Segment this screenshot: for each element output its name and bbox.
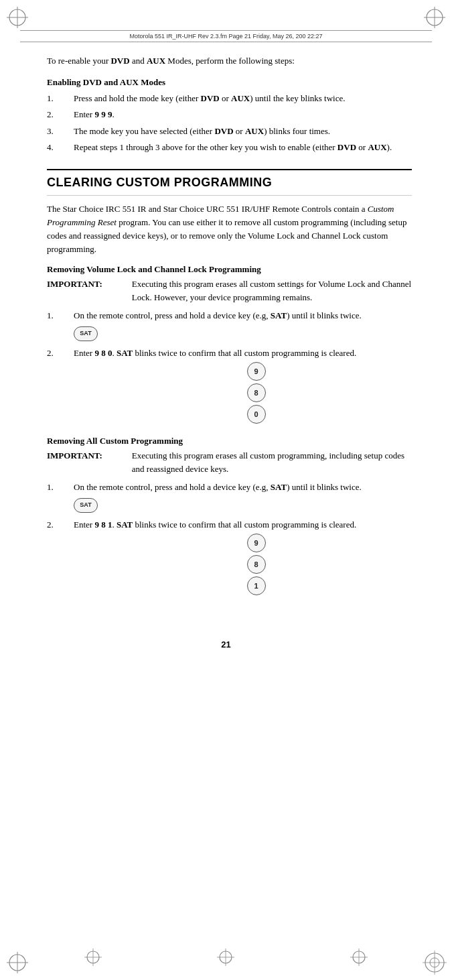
step-num-3: 3. (47, 125, 74, 138)
important-label-2: IMPORTANT: (47, 449, 102, 475)
bottom-mark-3 (350, 948, 368, 967)
removing-all-important: IMPORTANT: Executing this program erases… (47, 449, 412, 475)
key-8-vl: 8 (247, 383, 266, 402)
volume-lock-step2: 2. Enter 9 8 0. SAT blinks twice to conf… (47, 347, 412, 426)
ra-step1-text: On the remote control, press and hold a … (74, 481, 412, 494)
vl-step2-num: 2. (47, 347, 74, 426)
step-content-2: Enter 9 9 9. (74, 108, 412, 121)
enabling-step-1: 1. Press and hold the mode key (either D… (47, 92, 412, 105)
aux-label-1: AUX (231, 93, 250, 103)
header-bar: Motorola 551 IR_IR-UHF Rev 2.3.fm Page 2… (20, 30, 432, 42)
key-1-ra: 1 (247, 576, 266, 595)
volume-lock-heading: Removing Volume Lock and Channel Lock Pr… (47, 264, 412, 275)
sat-button-wrap-2: SAT (74, 497, 412, 514)
vl-keys-column: 9 8 0 (100, 361, 412, 425)
step-content-3: The mode key you have selected (either D… (74, 125, 412, 138)
ra-step2-content: Enter 9 8 1. SAT blinks twice to confirm… (74, 518, 412, 597)
section-divider (47, 195, 412, 196)
page-number: 21 (0, 639, 452, 650)
bottom-mark-2 (216, 948, 235, 967)
sat-label-ra1: SAT (271, 482, 287, 492)
volume-lock-step1: 1. On the remote control, press and hold… (47, 309, 412, 343)
clearing-intro-para: The Star Choice IRC 551 IR and Star Choi… (47, 202, 412, 257)
sat-key-button-2: SAT (74, 498, 98, 513)
removing-all-heading-text: Removing All Custom Programming (47, 436, 183, 446)
dvd-label-4: DVD (337, 142, 356, 152)
enter-999: 9 9 9 (94, 109, 112, 119)
aux-label-3: AUX (245, 126, 264, 136)
vl-step2-text: Enter 9 8 0. SAT blinks twice to confirm… (74, 347, 412, 360)
corner-mark-tl (5, 5, 29, 29)
corner-mark-tr (423, 5, 447, 29)
important-label-1: IMPORTANT: (47, 278, 102, 304)
vl-step1-text: On the remote control, press and hold a … (74, 309, 412, 322)
step-num-4: 4. (47, 141, 74, 154)
italic-program-name: Custom Programming Reset (47, 204, 394, 227)
ra-step2-text: Enter 9 8 1. SAT blinks twice to confirm… (74, 518, 412, 532)
sat-button-wrap-1: SAT (74, 325, 412, 343)
key-9-ra: 9 (247, 534, 266, 552)
enabling-step-2: 2. Enter 9 9 9. (47, 108, 412, 121)
aux-label-4: AUX (368, 142, 386, 152)
enabling-steps-list: 1. Press and hold the mode key (either D… (47, 92, 412, 154)
bottom-mark-1 (84, 948, 102, 967)
vl-step1-content: On the remote control, press and hold a … (74, 309, 412, 343)
ra-step1-content: On the remote control, press and hold a … (74, 481, 412, 514)
clearing-big-title: CLEARING CUSTOM PROGRAMMING (47, 176, 412, 190)
sat-label-vl1: SAT (271, 310, 287, 320)
removing-all-step2: 2. Enter 9 8 1. SAT blinks twice to conf… (47, 518, 412, 597)
key-0-vl: 0 (247, 405, 266, 424)
vl-step2-bold: 9 8 0 (94, 348, 112, 358)
key-9-vl: 9 (247, 362, 266, 381)
dvd-label-1: DVD (201, 93, 220, 103)
step-num-2: 2. (47, 108, 74, 121)
bottom-marks (0, 948, 452, 967)
aux-bold: AUX (147, 56, 165, 66)
vl-sat-blinks: SAT (117, 348, 133, 358)
ra-sat-blinks: SAT (117, 519, 133, 530)
important-text-1: Executing this program erases all custom… (105, 278, 412, 304)
removing-all-step1: 1. On the remote control, press and hold… (47, 481, 412, 514)
sat-key-button-1: SAT (74, 326, 98, 341)
important-text-2: Executing this program erases all custom… (105, 449, 412, 475)
removing-all-heading: Removing All Custom Programming (47, 436, 412, 446)
ra-step1-num: 1. (47, 481, 74, 514)
ra-keys-column: 9 8 1 (100, 532, 412, 597)
step-num-1: 1. (47, 92, 74, 105)
enabling-step-3: 3. The mode key you have selected (eithe… (47, 125, 412, 138)
volume-lock-important: IMPORTANT: Executing this program erases… (47, 278, 412, 304)
ra-step2-bold: 9 8 1 (94, 519, 112, 530)
dvd-label-3: DVD (214, 126, 233, 136)
page: Motorola 551 IR_IR-UHF Rev 2.3.fm Page 2… (0, 0, 452, 980)
key-8-ra: 8 (247, 555, 266, 574)
volume-lock-heading-text: Removing Volume Lock and Channel Lock Pr… (47, 264, 261, 274)
ra-step2-num: 2. (47, 518, 74, 597)
content-area: To re-enable your DVD and AUX Modes, per… (0, 42, 452, 626)
enabling-step-4: 4. Repeat steps 1 through 3 above for th… (47, 141, 412, 154)
header-text: Motorola 551 IR_IR-UHF Rev 2.3.fm Page 2… (130, 33, 323, 40)
dvd-bold: DVD (110, 56, 129, 66)
clearing-section: CLEARING CUSTOM PROGRAMMING (47, 169, 412, 196)
intro-paragraph: To re-enable your DVD and AUX Modes, per… (47, 54, 412, 68)
step-content-1: Press and hold the mode key (either DVD … (74, 92, 412, 105)
step-content-4: Repeat steps 1 through 3 above for the o… (74, 141, 412, 154)
vl-step1-num: 1. (47, 309, 74, 343)
enabling-heading: Enabling DVD and AUX Modes (47, 77, 412, 88)
vl-step2-content: Enter 9 8 0. SAT blinks twice to confirm… (74, 347, 412, 426)
